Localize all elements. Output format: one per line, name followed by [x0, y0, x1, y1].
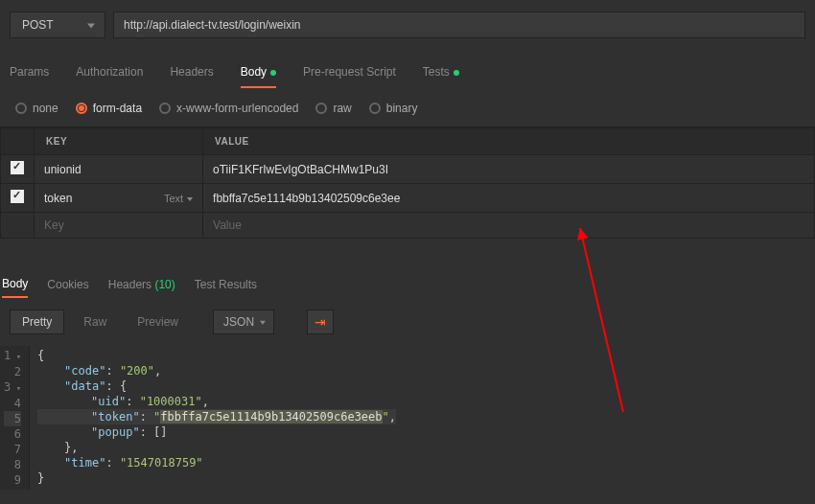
- radio-binary[interactable]: binary: [369, 102, 418, 115]
- table-row-new[interactable]: Key Value: [1, 213, 815, 239]
- http-method-select[interactable]: POST: [10, 11, 105, 38]
- table-row[interactable]: unionid oTiiF1KFrIwEvIgOtBaCHMw1Pu3I: [1, 155, 815, 184]
- raw-button[interactable]: Raw: [72, 310, 118, 333]
- url-input[interactable]: http://api.dialect-tv.test/login/weixin: [113, 11, 805, 38]
- radio-raw[interactable]: raw: [315, 102, 351, 115]
- radio-icon: [369, 103, 381, 114]
- tab-tests[interactable]: Tests: [423, 65, 459, 88]
- radio-icon: [315, 103, 327, 114]
- column-value: VALUE: [203, 128, 815, 155]
- line-gutter: 123456789: [0, 346, 30, 490]
- pretty-button[interactable]: Pretty: [10, 309, 64, 334]
- type-select[interactable]: Text: [164, 193, 193, 204]
- key-cell[interactable]: tokenText: [35, 184, 203, 213]
- tab-body[interactable]: Body: [241, 65, 276, 88]
- response-tabs: Body Cookies Headers (10) Test Results: [0, 271, 815, 298]
- key-cell[interactable]: unionid: [35, 155, 203, 184]
- highlighted-token: fbbffa7c5e1114b9b13402509c6e3eeb: [160, 410, 382, 424]
- tab-authorization[interactable]: Authorization: [76, 65, 143, 88]
- wrap-toggle-icon[interactable]: ⇥: [307, 309, 334, 334]
- radio-formdata[interactable]: form-data: [76, 102, 142, 115]
- value-input[interactable]: Value: [203, 213, 815, 239]
- url-text: http://api.dialect-tv.test/login/weixin: [124, 18, 301, 32]
- table-row[interactable]: tokenText fbbffa7c5e1114b9b13402509c6e3e…: [1, 184, 815, 213]
- tab-prerequest[interactable]: Pre-request Script: [303, 65, 396, 88]
- http-method-value: POST: [22, 18, 54, 32]
- response-tab-body[interactable]: Body: [2, 271, 28, 298]
- body-type-radios: none form-data x-www-form-urlencoded raw…: [0, 88, 815, 127]
- format-select[interactable]: JSON: [213, 309, 274, 334]
- json-code: { "code": "200", "data": { "uid": "10000…: [30, 346, 404, 490]
- preview-button[interactable]: Preview: [126, 310, 190, 333]
- dot-icon: [270, 70, 276, 76]
- response-tab-testresults[interactable]: Test Results: [195, 272, 257, 297]
- request-tabs: Params Authorization Headers Body Pre-re…: [0, 48, 815, 88]
- row-checkbox[interactable]: [11, 161, 24, 174]
- radio-urlencoded[interactable]: x-www-form-urlencoded: [159, 102, 298, 115]
- tab-headers[interactable]: Headers: [170, 65, 213, 88]
- key-input[interactable]: Key: [35, 213, 203, 239]
- headers-count: (10): [154, 278, 175, 291]
- radio-icon: [159, 103, 171, 114]
- response-body[interactable]: 123456789 { "code": "200", "data": { "ui…: [0, 346, 815, 490]
- value-cell[interactable]: oTiiF1KFrIwEvIgOtBaCHMw1Pu3I: [203, 155, 815, 184]
- column-key: KEY: [35, 128, 203, 155]
- response-tab-headers[interactable]: Headers (10): [108, 272, 175, 297]
- dot-icon: [454, 70, 459, 76]
- row-checkbox[interactable]: [11, 190, 24, 203]
- value-cell[interactable]: fbbffa7c5e1114b9b13402509c6e3ee: [203, 184, 815, 213]
- radio-icon: [76, 103, 87, 114]
- tab-params[interactable]: Params: [10, 65, 49, 88]
- body-params-table: KEY VALUE unionid oTiiF1KFrIwEvIgOtBaCHM…: [0, 127, 815, 239]
- viewer-controls: Pretty Raw Preview JSON ⇥: [0, 298, 815, 346]
- radio-none[interactable]: none: [15, 102, 58, 115]
- response-tab-cookies[interactable]: Cookies: [47, 272, 88, 297]
- column-check: [1, 128, 35, 155]
- radio-icon: [15, 103, 27, 114]
